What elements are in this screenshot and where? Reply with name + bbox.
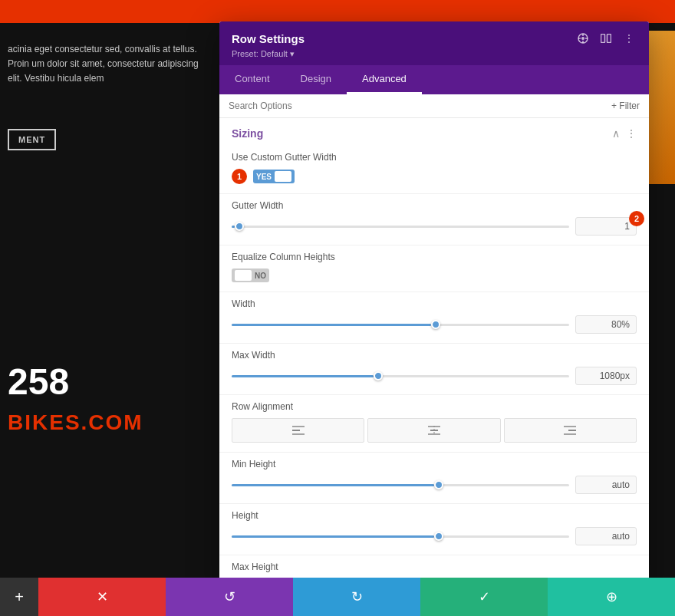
height-input[interactable] xyxy=(575,527,637,545)
tab-design[interactable]: Design xyxy=(285,65,347,94)
target-icon[interactable] xyxy=(575,31,591,46)
cancel-button[interactable]: ✕ xyxy=(38,578,166,616)
equalize-toggle[interactable]: NO xyxy=(232,268,269,282)
min-height-input[interactable] xyxy=(575,476,637,494)
search-input[interactable] xyxy=(229,100,611,111)
height-thumb[interactable] xyxy=(434,532,443,541)
max-width-fill xyxy=(232,375,374,377)
height-fill xyxy=(232,535,434,538)
max-width-slider-row xyxy=(232,367,637,385)
gutter-width-input[interactable] xyxy=(575,217,637,236)
section-title: Sizing xyxy=(232,127,263,140)
redo-icon: ↻ xyxy=(351,588,363,605)
panel-tabs: Content Design Advanced xyxy=(219,65,649,94)
equalize-column-heights-row: Equalize Column Heights NO xyxy=(219,245,649,292)
width-row: Width xyxy=(219,292,649,344)
alignment-buttons xyxy=(232,418,637,443)
max-width-track xyxy=(232,375,569,377)
width-slider-row xyxy=(232,315,637,334)
toggle-knob xyxy=(275,171,291,182)
use-custom-gutter-label: Use Custom Gutter Width xyxy=(232,152,637,163)
align-center-button[interactable] xyxy=(367,418,500,443)
row-alignment-row: Row Alignment xyxy=(219,395,649,453)
header-icons: ⋮ xyxy=(575,31,637,46)
filter-button[interactable]: + Filter xyxy=(611,100,640,111)
section-header: Sizing ∧ ⋮ xyxy=(219,118,649,146)
height-track xyxy=(232,535,569,538)
panel-body: Sizing ∧ ⋮ Use Custom Gutter Width 1 YES… xyxy=(219,118,649,593)
collapse-icon[interactable]: ∧ xyxy=(612,127,620,140)
row-settings-panel: Row Settings xyxy=(219,21,649,593)
use-custom-gutter-row: Use Custom Gutter Width 1 YES xyxy=(219,146,649,194)
gutter-width-row: Gutter Width 2 xyxy=(219,194,649,245)
panel-preset[interactable]: Preset: Default ▾ xyxy=(232,49,637,59)
toggle-no-knob xyxy=(235,270,252,281)
background-text-area: acinia eget consectetur sed, convallis a… xyxy=(0,31,222,184)
align-left-button[interactable] xyxy=(232,418,364,443)
gutter-width-label: Gutter Width xyxy=(232,200,637,211)
columns-icon[interactable] xyxy=(598,31,614,46)
tab-content[interactable]: Content xyxy=(219,65,285,94)
panel-header-top: Row Settings xyxy=(232,31,637,46)
min-height-label: Min Height xyxy=(232,459,637,469)
undo-button[interactable]: ↺ xyxy=(166,578,293,616)
cancel-icon: ✕ xyxy=(97,588,108,605)
add-icon: + xyxy=(15,588,24,606)
height-label: Height xyxy=(232,510,637,521)
gutter-width-value-container: 2 xyxy=(575,217,637,236)
max-width-label: Max Width xyxy=(232,350,637,361)
use-custom-gutter-toggle-container: 1 YES xyxy=(232,169,637,184)
width-track xyxy=(232,324,569,326)
width-thumb[interactable] xyxy=(431,320,440,329)
section-more-icon[interactable]: ⋮ xyxy=(626,127,637,140)
gutter-width-slider[interactable] xyxy=(232,219,569,234)
slider-thumb[interactable] xyxy=(235,222,244,231)
min-height-track xyxy=(232,484,569,486)
badge-2: 2 xyxy=(629,211,644,226)
background-button: MENT xyxy=(8,129,56,150)
equalize-column-heights-toggle-container: NO xyxy=(232,268,637,282)
width-slider[interactable] xyxy=(232,317,569,332)
save-icon: ✓ xyxy=(479,588,490,605)
undo-icon: ↺ xyxy=(224,588,235,605)
min-height-fill xyxy=(232,484,434,486)
svg-point-1 xyxy=(581,37,584,40)
add-button[interactable]: + xyxy=(0,578,38,616)
gutter-width-slider-row: 2 xyxy=(232,217,637,236)
section-controls: ∧ ⋮ xyxy=(612,127,637,140)
redo-button[interactable]: ↻ xyxy=(293,578,420,616)
max-width-thumb[interactable] xyxy=(374,371,383,380)
min-height-slider-row xyxy=(232,476,637,494)
min-height-slider[interactable] xyxy=(232,477,569,492)
tab-advanced[interactable]: Advanced xyxy=(347,65,422,94)
align-right-button[interactable] xyxy=(504,418,637,443)
slider-track xyxy=(232,226,569,228)
height-row: Height xyxy=(219,504,649,555)
max-width-slider[interactable] xyxy=(232,368,569,384)
max-width-row: Max Width xyxy=(219,344,649,395)
svg-rect-6 xyxy=(601,35,605,43)
background-bikes: BIKES.COM xyxy=(0,407,151,439)
width-input[interactable] xyxy=(575,315,637,334)
width-label: Width xyxy=(232,298,637,309)
min-height-thumb[interactable] xyxy=(434,480,443,489)
toggle-no-label: NO xyxy=(255,272,266,280)
min-height-row: Min Height xyxy=(219,453,649,504)
extra-button[interactable]: ⊕ xyxy=(548,578,675,616)
badge-1: 1 xyxy=(232,169,247,184)
equalize-column-heights-label: Equalize Column Heights xyxy=(232,252,637,262)
custom-gutter-toggle[interactable]: YES xyxy=(253,170,295,183)
max-height-label: Max Height xyxy=(232,562,637,572)
width-fill xyxy=(232,324,431,326)
panel-header: Row Settings xyxy=(219,21,649,65)
toggle-yes-label: YES xyxy=(256,173,272,181)
extra-icon: ⊕ xyxy=(606,588,617,605)
svg-rect-7 xyxy=(608,35,611,43)
max-width-input[interactable] xyxy=(575,367,637,385)
height-slider[interactable] xyxy=(232,529,569,544)
red-bar xyxy=(0,0,675,23)
save-button[interactable]: ✓ xyxy=(420,578,548,616)
background-paragraph: acinia eget consectetur sed, convallis a… xyxy=(8,42,215,87)
height-slider-row xyxy=(232,527,637,545)
more-options-icon[interactable]: ⋮ xyxy=(621,31,637,46)
